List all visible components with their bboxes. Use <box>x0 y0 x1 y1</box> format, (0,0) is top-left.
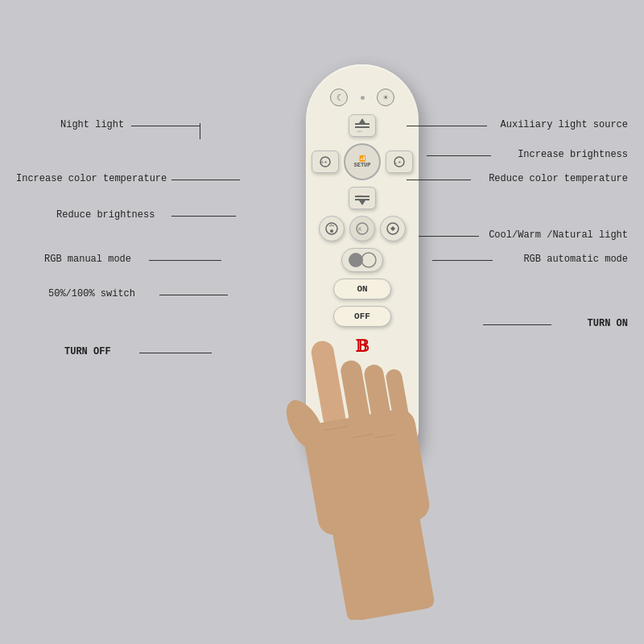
auxiliary-light-text: Auxiliary light source <box>501 119 628 130</box>
reduce-color-temp-button[interactable]: -☀ <box>386 151 413 173</box>
increase-brightness-button[interactable]: +++ <box>349 114 376 137</box>
reduce-brightness-button[interactable]: --- <box>349 187 376 209</box>
increase-color-temp-text: Increase color temperature <box>16 173 167 184</box>
night-light-button[interactable]: ☾ <box>330 89 348 106</box>
increase-brightness-text: Increase brightness <box>518 149 628 160</box>
svg-marker-10 <box>359 200 365 205</box>
svg-rect-0 <box>355 123 369 125</box>
svg-text:K: K <box>358 226 362 233</box>
switch-row <box>341 248 383 272</box>
turn-on-text: TURN ON <box>588 318 628 329</box>
turn-off-text: TURN OFF <box>64 346 111 357</box>
svg-point-13 <box>330 229 333 233</box>
rgb-auto-text: RGB automatic mode <box>523 254 628 265</box>
setup-label: SETUP <box>353 162 370 168</box>
svg-text:---: --- <box>357 193 362 196</box>
switch-50-100-button[interactable] <box>341 248 383 272</box>
reduce-color-temp-text: Reduce color temperature <box>489 173 628 184</box>
svg-point-18 <box>361 253 376 267</box>
svg-text:+☀: +☀ <box>320 159 328 166</box>
svg-text:+++: +++ <box>357 130 363 133</box>
svg-rect-1 <box>355 126 369 128</box>
reduce-brightness-text: Reduce brightness <box>56 209 155 221</box>
on-row: ON <box>333 279 391 299</box>
svg-marker-2 <box>359 118 365 123</box>
rgb-manual-button[interactable] <box>319 216 345 242</box>
night-light-text: Night light <box>60 119 124 130</box>
on-label: ON <box>357 284 367 294</box>
turn-on-button[interactable]: ON <box>333 279 391 299</box>
color-temp-row: +☀ 📶 SETUP -☀ <box>312 143 413 180</box>
cool-warm-text: Cool/Warm /Natural light <box>489 229 628 241</box>
svg-text:-☀: -☀ <box>394 159 402 166</box>
ir-area: ☾ ☀ <box>330 89 394 106</box>
switch-50-100-text: 50%/100% switch <box>48 288 135 299</box>
hand <box>245 314 454 620</box>
brightness-reduce-row: --- <box>349 187 376 209</box>
cool-warm-button[interactable]: K <box>349 216 375 242</box>
rgb-row: K <box>319 216 406 242</box>
svg-rect-9 <box>355 199 369 200</box>
increase-color-temp-button[interactable]: +☀ <box>312 151 339 173</box>
svg-rect-25 <box>330 504 436 620</box>
rgb-auto-button[interactable] <box>380 216 406 242</box>
brightness-increase-row: +++ <box>349 114 376 137</box>
rgb-manual-text: RGB manual mode <box>44 254 131 265</box>
setup-button[interactable]: 📶 SETUP <box>344 143 381 180</box>
hand-svg <box>245 314 454 620</box>
aux-light-button[interactable]: ☀ <box>377 89 394 106</box>
ir-sensor <box>361 96 365 100</box>
